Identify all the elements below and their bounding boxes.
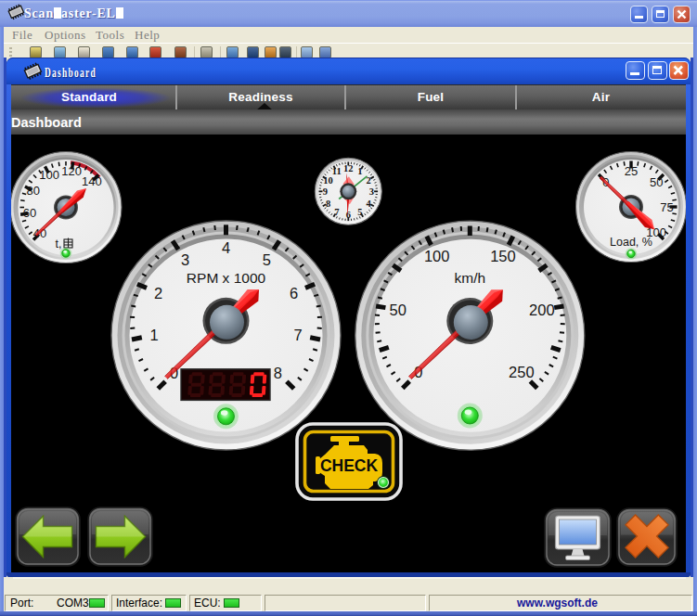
svg-text:200: 200 [529,302,555,318]
svg-text:6: 6 [346,210,351,220]
svg-text:CHECK: CHECK [320,456,379,475]
svg-text:60: 60 [23,206,36,220]
svg-text:8: 8 [274,365,282,381]
svg-text:8: 8 [326,199,330,209]
svg-text:100: 100 [424,248,450,264]
svg-text:150: 150 [490,248,516,264]
svg-text:9: 9 [323,186,328,197]
svg-text:4: 4 [366,199,371,209]
svg-text:12: 12 [343,163,354,173]
svg-text:80: 80 [27,184,40,198]
svg-text:120: 120 [61,164,82,178]
svg-text:1: 1 [149,327,158,343]
svg-text:250: 250 [509,364,535,380]
svg-text:100: 100 [39,168,59,182]
svg-text:6: 6 [290,285,298,302]
svg-text:7: 7 [334,207,339,217]
svg-text:5: 5 [263,251,271,268]
svg-text:5: 5 [357,207,362,217]
svg-text:3: 3 [181,251,189,268]
svg-text:2: 2 [154,285,162,302]
svg-text:50: 50 [390,302,407,318]
svg-text:4: 4 [222,239,230,256]
svg-text:t,: t, [56,237,62,250]
svg-text:km/h: km/h [455,270,486,286]
svg-text:140: 140 [82,174,102,188]
svg-text:1: 1 [357,166,362,176]
svg-text:25: 25 [625,164,638,178]
svg-text:11: 11 [332,166,342,176]
svg-text:Load, %: Load, % [610,236,652,249]
svg-text:3: 3 [369,186,374,197]
svg-text:7: 7 [293,327,302,343]
svg-text:50: 50 [650,175,663,189]
svg-text:75: 75 [660,200,673,214]
svg-text:RPM x 1000: RPM x 1000 [187,270,266,286]
